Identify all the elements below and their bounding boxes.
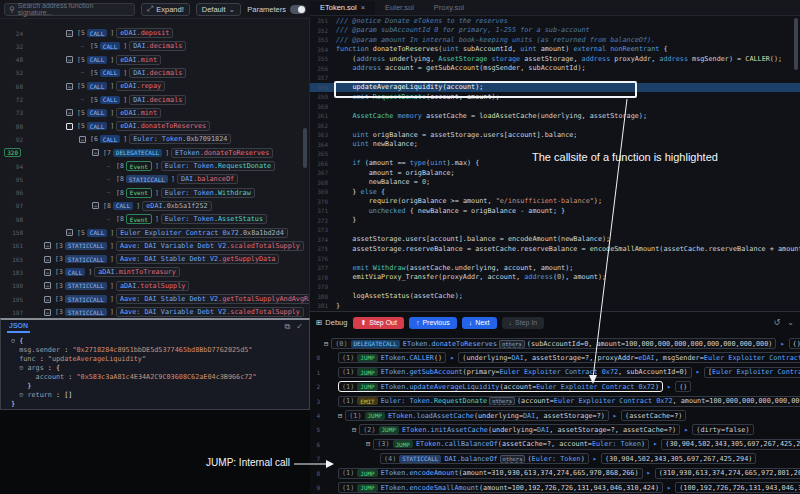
tree-call-label[interactable]: eDAI.0xb5a1f252	[142, 201, 211, 211]
debug-row[interactable]: 4⊟(1)JUMPEToken.loadAssetCache(underlyin…	[310, 409, 686, 422]
tree-row[interactable]: 52–[5CALL]DAI.decimals	[0, 67, 186, 79]
debug-row[interactable]: 1(1)JUMPEToken.getSubAccount(primary=Eul…	[310, 366, 800, 379]
tree-row[interactable]: 94–[8Event]Euler: Token.RequestDonate	[0, 160, 275, 172]
search-input[interactable]: ⚲ Search address function signature...	[4, 3, 135, 16]
tree-collapse-icon[interactable]: −	[79, 136, 86, 143]
debug-row[interactable]: 3(1)EMITEuler: Token.RequestDonateothers…	[310, 395, 800, 408]
debug-row[interactable]: 6⊟(3)JUMPEToken.callBalanceOf(assetCache…	[310, 438, 800, 451]
tree-collapse-icon[interactable]: −	[66, 109, 73, 116]
address-link[interactable]: Euler: Token	[592, 440, 641, 448]
debug-row[interactable]: 7(4)STATICCALLDAI.balanceOfothers(Euler:…	[310, 452, 756, 465]
tree-collapse-icon[interactable]: −	[44, 256, 51, 263]
address-link[interactable]: Euler: Token	[532, 455, 581, 463]
tree-call-label[interactable]: DAI.decimals	[129, 95, 186, 105]
tree-call-label[interactable]: eDAI.mint	[116, 108, 161, 118]
tree-collapse-icon[interactable]: −	[44, 296, 51, 303]
editor-tab[interactable]: EToken.sol×	[310, 1, 375, 15]
tree-row[interactable]: 97−[8CALL]eDAI.0xb5a1f252	[0, 200, 212, 212]
tree-collapse-icon[interactable]: −	[66, 56, 73, 63]
tree-row[interactable]: 161−[3STATICCALL]Aave: DAI Variable Debt…	[0, 240, 304, 252]
tree-call-label[interactable]: Aave: DAI Variable Debt V2.scaledTotalSu…	[116, 307, 304, 317]
collapse-panel-icon[interactable]: ⌄	[787, 318, 794, 327]
tree-row[interactable]: 88[5CALL]eDAI.donateToReserves	[0, 120, 210, 132]
tree-collapse-icon[interactable]: −	[92, 149, 99, 156]
json-tab[interactable]: JSON	[7, 321, 30, 333]
tree-row[interactable]: 73−[5CALL]eDAI.mint	[0, 107, 161, 119]
tree-collapse-icon[interactable]: −	[66, 30, 73, 37]
tree-call-label[interactable]: eDAI.repay	[116, 81, 165, 91]
collapse-icon[interactable]: ⊟	[338, 412, 342, 420]
tree-row[interactable]: 195−[3STATICCALL]Aave: DAI Stable Debt V…	[0, 293, 310, 305]
tree-call-label[interactable]: eDAI.donateToReserves	[116, 121, 210, 131]
debug-row[interactable]: 8(1)JUMPEToken.encodeAmount(amount=310,9…	[310, 467, 800, 480]
tree-call-label[interactable]: Aave: DAI Variable Debt V2.scaledTotalSu…	[116, 241, 304, 251]
editor-scrollbar[interactable]	[794, 18, 798, 70]
copy-icon[interactable]: ⧉	[285, 322, 291, 332]
tree-call-label[interactable]: Euler: Token.Withdraw	[161, 188, 255, 198]
debug-row[interactable]: 5⊟(2)JUMPEToken.initAssetCache(underlyin…	[310, 423, 754, 436]
tree-row[interactable]: 32–[5CALL]DAI.decimals	[0, 40, 186, 52]
address-link[interactable]: DAI	[537, 426, 549, 434]
step-in-button[interactable]: ↓Step In	[502, 317, 545, 329]
tree-collapse-icon[interactable]: −	[66, 83, 73, 90]
debug-row[interactable]: 2(1)JUMPEToken.updateAverageLiquidity(ac…	[310, 380, 691, 393]
tree-row[interactable]: 158−[5CALL]Euler Exploiter Contract 0x72…	[0, 227, 288, 239]
tree-row[interactable]: 72–[5CALL]DAI.decimals	[0, 94, 186, 106]
tree-call-label[interactable]: EToken.donateToReserves	[171, 148, 273, 158]
tree-call-label[interactable]: Aave: DAI Stable Debt V2.getSupplyData	[116, 254, 280, 264]
tree-row[interactable]: 320−[7DELEGATECALL]EToken.donateToReserv…	[0, 147, 273, 159]
editor-tab[interactable]: Euler.sol	[375, 1, 424, 15]
tree-call-label[interactable]: DAI.decimals	[129, 41, 186, 51]
tree-call-label[interactable]: aDAI.mintToTreasury	[94, 267, 180, 277]
tree-scrollbar[interactable]	[303, 128, 307, 168]
editor-tab[interactable]: Proxy.sol	[424, 1, 474, 15]
tree-call-label[interactable]: aDAI.totalSupply	[116, 281, 189, 291]
tree-call-label[interactable]: eDAI.deposit	[116, 28, 173, 38]
tree-row[interactable]: 197−[3STATICCALL]Aave: DAI Variable Debt…	[0, 306, 304, 318]
tree-call-label[interactable]: DAI.balanceOf	[177, 174, 238, 184]
tree-row[interactable]: 165−[3STATICCALL]Aave: DAI Stable Debt V…	[0, 253, 279, 265]
check-icon[interactable]: ✓	[296, 322, 303, 332]
tree-collapse-icon[interactable]: −	[44, 242, 51, 249]
expand-button[interactable]: ⤢ Expand!	[141, 3, 190, 16]
refresh-icon[interactable]: ↺	[774, 318, 781, 327]
tree-collapse-icon[interactable]: −	[44, 282, 51, 289]
previous-button[interactable]: ↑Previous	[409, 317, 457, 329]
tree-row[interactable]: 98–[8Event]Euler: Token.AssetStatus	[0, 213, 267, 225]
collapse-icon[interactable]: ⊟	[324, 340, 328, 348]
address-link[interactable]: Euler Exploiter Contract 0x72	[499, 368, 618, 376]
tree-row[interactable]: 96–[8Event]Euler: Token.Withdraw	[0, 187, 255, 199]
parameters-toggle[interactable]	[290, 5, 306, 14]
tree-collapse-icon[interactable]: −	[44, 269, 51, 276]
debug-row[interactable]: 0(1)JUMPEToken.CALLER()▸(underlying=DAI,…	[310, 351, 800, 364]
collapse-icon[interactable]: ⊟	[366, 440, 370, 448]
tree-call-label[interactable]: Euler: Token.0xb7091824	[129, 134, 231, 144]
tree-row[interactable]: 183−[3CALL]aDAI.mintToTreasury	[0, 266, 180, 278]
tree-collapse-icon[interactable]: −	[66, 229, 73, 236]
next-button[interactable]: ↓Next	[462, 317, 497, 329]
tree-row[interactable]: 190−[3STATICCALL]aDAI.totalSupply	[0, 280, 189, 292]
debug-row[interactable]: ⊟(0)DELEGATECALLEToken.donateToReserveso…	[310, 337, 800, 350]
address-link[interactable]: DAI	[523, 412, 535, 420]
address-link[interactable]: Euler Exploiter Contract 0x72	[536, 383, 655, 391]
address-link[interactable]: Euler Exploiter Contract 0x72	[554, 397, 673, 405]
tree-row[interactable]: 48−[5CALL]eDAI.mint	[0, 54, 161, 66]
tree-call-label[interactable]: Euler: Token.AssetStatus	[161, 214, 267, 224]
tree-call-label[interactable]: eDAI.mint	[116, 55, 161, 65]
tree-call-label[interactable]: DAI.decimals	[129, 68, 186, 78]
tree-row[interactable]: 68−[5CALL]eDAI.repay	[0, 80, 165, 92]
tree-collapse-icon[interactable]: −	[44, 309, 51, 316]
tree-row[interactable]: 24−[5CALL]eDAI.deposit	[0, 27, 173, 39]
tree-collapse-icon[interactable]	[66, 123, 73, 130]
tree-call-label[interactable]: Euler Exploiter Contract 0x72.0x8a1bd2d4	[116, 228, 288, 238]
step-out-button[interactable]: ⬆Step Out	[353, 317, 404, 329]
tree-row[interactable]: 92−[6CALL]Euler: Token.0xb7091824	[0, 133, 231, 145]
debug-row[interactable]: 9(1)JUMPEToken.encodeSmallAmount(amount=…	[310, 481, 800, 494]
tree-call-label[interactable]: Aave: DAI Stable Debt V2.getTotalSupplyA…	[116, 294, 310, 304]
tree-call-label[interactable]: Euler: Token.RequestDonate	[161, 161, 275, 171]
collapse-icon[interactable]: ⊟	[352, 426, 356, 434]
address-link[interactable]: Euler: Token	[381, 397, 430, 405]
tree-collapse-icon[interactable]: −	[92, 202, 99, 209]
tree-row[interactable]: 95–[8STATICCALL]DAI.balanceOf	[0, 173, 238, 185]
close-tab-icon[interactable]: ×	[361, 3, 365, 12]
